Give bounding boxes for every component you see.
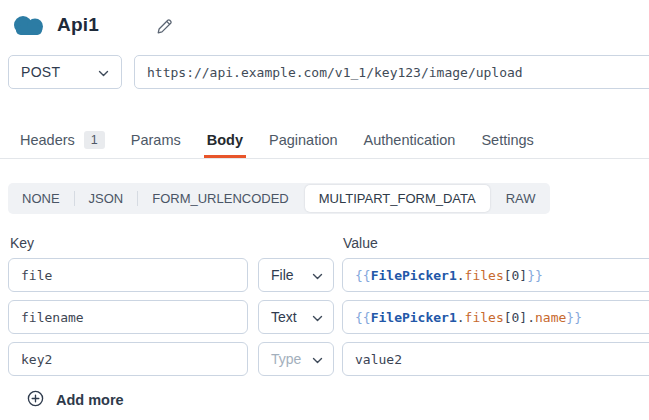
tab-settings-label: Settings <box>481 132 533 148</box>
tab-pagination[interactable]: Pagination <box>269 121 338 158</box>
chevron-down-icon <box>312 266 323 284</box>
binding-close-braces: }} <box>527 268 543 283</box>
add-more-label: Add more <box>56 392 124 408</box>
binding-open-braces: {{ <box>355 310 371 325</box>
plus-circle-icon <box>27 390 44 410</box>
tab-params-label: Params <box>131 132 181 148</box>
value-type-value: File <box>271 267 294 283</box>
binding-open-braces: {{ <box>355 268 371 283</box>
form-data-row: Type value2 <box>0 342 649 376</box>
form-data-row: Text {{FilePicker1.files[0].name}} <box>0 300 649 334</box>
chevron-down-icon <box>98 63 109 81</box>
value-type-value: Text <box>271 309 297 325</box>
body-type-segmented-control: NONE JSON FORM_URLENCODED MULTIPART_FORM… <box>8 183 550 214</box>
binding-property: name <box>535 310 566 325</box>
tab-headers-label: Headers <box>20 132 75 148</box>
binding-close-braces: }} <box>566 310 582 325</box>
body-type-raw[interactable]: RAW <box>492 183 550 214</box>
tab-pagination-label: Pagination <box>269 132 338 148</box>
body-type-json[interactable]: JSON <box>75 183 138 214</box>
edit-name-pencil-icon[interactable] <box>156 18 173 39</box>
add-more-button[interactable]: Add more <box>27 390 124 410</box>
http-method-value: POST <box>21 64 60 80</box>
tab-body[interactable]: Body <box>207 121 243 158</box>
value-type-placeholder: Type <box>271 351 301 367</box>
api-editor-pane: Api1 POST Headers 1 Params Body Paginati… <box>0 0 649 420</box>
value-code-input[interactable]: {{FilePicker1.files[0]}} <box>342 258 649 292</box>
binding-dot: . <box>457 310 465 325</box>
api-cloud-icon <box>10 13 48 42</box>
body-type-none[interactable]: NONE <box>8 183 74 214</box>
key-input[interactable] <box>8 300 248 334</box>
key-column-header: Key <box>10 235 34 251</box>
headers-count-badge: 1 <box>84 131 105 149</box>
tab-authentication-label: Authentication <box>364 132 456 148</box>
value-type-select[interactable]: File <box>258 258 334 292</box>
body-type-form-urlencoded[interactable]: FORM_URLENCODED <box>138 183 303 214</box>
form-data-row: File {{FilePicker1.files[0]}} <box>0 258 649 292</box>
binding-entity: FilePicker1 <box>371 310 457 325</box>
binding-index: [0] <box>504 310 527 325</box>
api-name-title: Api1 <box>57 14 99 36</box>
binding-dot: . <box>527 310 535 325</box>
tab-params[interactable]: Params <box>131 121 181 158</box>
binding-index: [0] <box>504 268 527 283</box>
chevron-down-icon <box>312 308 323 326</box>
chevron-down-icon <box>312 350 323 368</box>
value-code-input[interactable]: value2 <box>342 342 649 376</box>
binding-property: files <box>465 310 504 325</box>
binding-property: files <box>465 268 504 283</box>
tab-settings[interactable]: Settings <box>481 121 533 158</box>
api-url-input[interactable] <box>134 55 649 89</box>
tab-headers[interactable]: Headers 1 <box>20 121 105 158</box>
binding-dot: . <box>457 268 465 283</box>
value-type-select[interactable]: Type <box>258 342 334 376</box>
key-input[interactable] <box>8 258 248 292</box>
body-type-multipart-form-data[interactable]: MULTIPART_FORM_DATA <box>305 185 490 212</box>
value-text: value2 <box>355 352 402 367</box>
tab-body-label: Body <box>207 132 243 148</box>
value-type-select[interactable]: Text <box>258 300 334 334</box>
request-tabs: Headers 1 Params Body Pagination Authent… <box>0 121 649 159</box>
value-column-header: Value <box>343 235 378 251</box>
binding-entity: FilePicker1 <box>371 268 457 283</box>
http-method-select[interactable]: POST <box>8 55 122 89</box>
tab-authentication[interactable]: Authentication <box>364 121 456 158</box>
key-input[interactable] <box>8 342 248 376</box>
value-code-input[interactable]: {{FilePicker1.files[0].name}} <box>342 300 649 334</box>
